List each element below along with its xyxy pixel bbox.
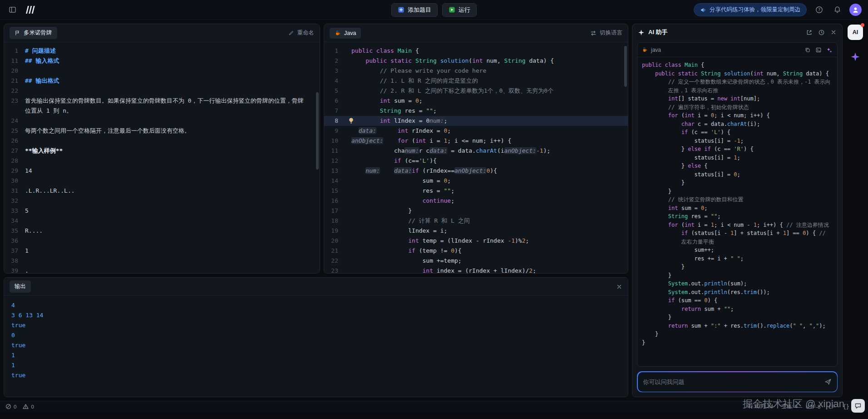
md-line[interactable]: 36 bbox=[4, 236, 320, 246]
code-line[interactable]: 23 int index = (rIndex + lIndex)/2; bbox=[324, 266, 628, 273]
ai-code-line: // 遍历字符串，初始化骨牌状态 bbox=[642, 103, 833, 112]
line-number: 30 bbox=[4, 176, 25, 186]
help-icon[interactable]: ? bbox=[813, 4, 825, 16]
md-line[interactable]: 25每两个数之间用一个空格隔开，注意最后一个数后面没有空格。 bbox=[4, 126, 320, 136]
output-tab[interactable]: 输出 bbox=[10, 280, 31, 293]
run-button[interactable]: 运行 bbox=[442, 3, 477, 17]
md-line[interactable]: 23首先输出保持竖立的骨牌数目。如果保持竖立的骨牌数目不为 0，下一行输出保持竖… bbox=[4, 96, 320, 116]
ai-code-line: // 定义一个整数数组来记录骨牌的状态，0 表示未推，-1 表示向左推，1 表示… bbox=[642, 78, 833, 95]
send-icon[interactable] bbox=[824, 378, 832, 385]
app-logo[interactable] bbox=[25, 6, 35, 14]
ai-code-lines: public class Main { public static String… bbox=[637, 57, 837, 366]
code-line[interactable]: 7 String res = ""; bbox=[324, 106, 628, 116]
ai-code-line: } bbox=[642, 263, 833, 271]
md-line[interactable]: 32 bbox=[4, 196, 320, 206]
md-line[interactable]: 27**输入样例** bbox=[4, 146, 320, 156]
line-number: 11 bbox=[4, 56, 25, 66]
line-number: 23 bbox=[4, 96, 25, 116]
language-tab[interactable]: Java bbox=[330, 28, 361, 39]
code-line[interactable]: 4 // 1. L 和 R 之间的肯定是竖立的 bbox=[324, 76, 628, 86]
ai-code-line: public static String solution(int num, S… bbox=[642, 70, 833, 78]
code-line[interactable]: 8 int lIndex = 0num:; bbox=[324, 116, 628, 126]
code-line[interactable]: 22 sum +=temp; bbox=[324, 256, 628, 266]
history-icon[interactable] bbox=[818, 29, 825, 36]
output-close-button[interactable] bbox=[616, 284, 622, 290]
flag-icon bbox=[15, 30, 20, 36]
ai-code-line: } bbox=[642, 271, 833, 280]
md-line[interactable]: 26 bbox=[4, 136, 320, 146]
md-line[interactable]: 11## 输入格式 bbox=[4, 56, 320, 66]
md-line[interactable]: 39. bbox=[4, 266, 320, 273]
code-line[interactable]: 17 } bbox=[324, 206, 628, 216]
ai-code-line: } bbox=[642, 313, 833, 322]
line-number: 2 bbox=[324, 56, 345, 66]
code-line[interactable]: 13 num: data:if (rIndex==anObject:0){ bbox=[324, 166, 628, 176]
code-line[interactable]: 15 res = ""; bbox=[324, 186, 628, 196]
ai-fab-button[interactable]: AI bbox=[848, 25, 863, 40]
md-line[interactable]: 35R.... bbox=[4, 226, 320, 236]
code-line[interactable]: 11 chanum:r cdata: = data.charAt(ianObje… bbox=[324, 146, 628, 156]
ai-question-input[interactable] bbox=[643, 379, 821, 385]
cursor-position[interactable]: 行 8, 列 24 bbox=[748, 403, 773, 410]
ai-code-line: // 统计竖立骨牌的数目和位置 bbox=[642, 195, 833, 204]
code-line[interactable]: 3 // Please write your code here bbox=[324, 66, 628, 76]
code-line[interactable]: 19 lIndex = i; bbox=[324, 226, 628, 236]
md-line[interactable]: 21## 输出格式 bbox=[4, 76, 320, 86]
errors-indicator[interactable]: 0 bbox=[5, 404, 16, 409]
encoding-setting[interactable]: UTF-8 bbox=[806, 404, 821, 409]
md-line[interactable]: 335 bbox=[4, 206, 320, 216]
md-line[interactable]: 22 bbox=[4, 86, 320, 96]
code-line[interactable]: 10anObject: for (int i = 1; i <= num; i+… bbox=[324, 136, 628, 146]
lightbulb-icon[interactable] bbox=[348, 117, 355, 124]
warnings-indicator[interactable]: 0 bbox=[23, 404, 34, 409]
line-number: 38 bbox=[4, 256, 25, 266]
output-line: true bbox=[11, 370, 621, 380]
md-line[interactable]: 2914 bbox=[4, 166, 320, 176]
md-line[interactable]: 28 bbox=[4, 156, 320, 166]
code-line[interactable]: 20 int temp = (lIndex - rIndex -1)%2; bbox=[324, 236, 628, 246]
ai-panel-body: java public class Main { public static S… bbox=[632, 40, 842, 397]
md-line[interactable]: 31.L.R...LR..L.. bbox=[4, 186, 320, 196]
sidebar-toggle-icon[interactable] bbox=[6, 4, 18, 16]
avatar[interactable] bbox=[849, 4, 862, 16]
copy-icon[interactable] bbox=[804, 47, 811, 53]
problem-scrollbar-thumb[interactable] bbox=[316, 92, 319, 170]
code-line[interactable]: 9 data: int rIndex = 0; bbox=[324, 126, 628, 136]
eol-setting[interactable]: LF bbox=[829, 404, 834, 409]
line-number: 8 bbox=[324, 116, 345, 126]
indentation-setting[interactable]: 空格: 4 bbox=[781, 403, 798, 410]
code-line[interactable]: 14 sum = 0; bbox=[324, 176, 628, 186]
rename-button[interactable]: 重命名 bbox=[288, 29, 315, 37]
md-line[interactable]: 371 bbox=[4, 246, 320, 256]
md-line[interactable]: 38 bbox=[4, 256, 320, 266]
code-line[interactable]: 5 // 2. R 和 L 之间的下标之差单数为1个，0、双数、无穷为0个 bbox=[324, 86, 628, 96]
code-line[interactable]: 6 int sum = 0; bbox=[324, 96, 628, 106]
code-line[interactable]: 21 if (temp != 0){ bbox=[324, 246, 628, 256]
line-number: 26 bbox=[4, 136, 25, 146]
magic-icon[interactable] bbox=[826, 47, 833, 53]
insert-code-icon[interactable] bbox=[815, 47, 822, 53]
open-in-new-icon[interactable] bbox=[806, 29, 813, 36]
floating-chat-button[interactable] bbox=[851, 399, 865, 413]
code-line[interactable]: 1public class Main { bbox=[324, 46, 628, 56]
md-line[interactable]: 24 bbox=[4, 116, 320, 126]
ai-code-line: status[i] = -1; bbox=[642, 137, 833, 145]
bell-icon[interactable] bbox=[831, 4, 843, 16]
switch-language-button[interactable]: 切换语言 bbox=[590, 29, 622, 37]
md-line[interactable]: 34 bbox=[4, 216, 320, 226]
toolbox-icon[interactable] bbox=[850, 52, 860, 62]
code-line[interactable]: 2 public static String solution(int num,… bbox=[324, 56, 628, 66]
add-problem-button[interactable]: 添加题目 bbox=[391, 3, 438, 17]
code-line[interactable]: 18 // 计算 R 和 L 之间 bbox=[324, 216, 628, 226]
ai-close-icon[interactable] bbox=[830, 29, 837, 35]
warning-icon bbox=[23, 404, 29, 409]
code-line[interactable]: 16 continue; bbox=[324, 196, 628, 206]
output-line: 1 bbox=[11, 350, 621, 360]
md-line[interactable]: 30 bbox=[4, 176, 320, 186]
code-line[interactable]: 12 if (c=='L'){ bbox=[324, 156, 628, 166]
promo-banner[interactable]: 分享代码练习体验，领限量定制周边 bbox=[694, 3, 807, 16]
editor-scrollbar-thumb[interactable] bbox=[624, 46, 627, 87]
problem-title-chip[interactable]: 多米诺骨牌 bbox=[10, 27, 57, 39]
md-line[interactable]: 1# 问题描述 bbox=[4, 46, 320, 56]
md-line[interactable]: 20 bbox=[4, 66, 320, 76]
